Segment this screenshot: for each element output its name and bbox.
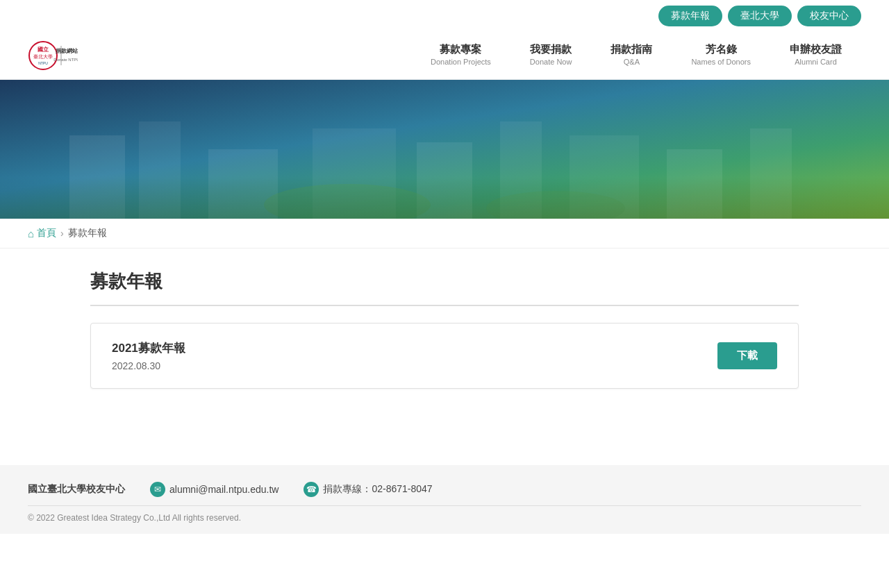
university-logo: 國立 臺北大學 NTPU 捐款網站 Donate NTPU	[28, 40, 78, 71]
header: 國立 臺北大學 NTPU 捐款網站 Donate NTPU 募款專案 Donat…	[0, 32, 889, 80]
report-date: 2022.08.30	[112, 360, 185, 371]
svg-text:國立: 國立	[38, 46, 49, 53]
footer-org: 國立臺北大學校友中心	[28, 483, 125, 496]
copyright-text: © 2022 Greatest Idea Strategy Co.,Ltd Al…	[28, 513, 241, 523]
report-card: 2021募款年報 2022.08.30 下載	[90, 323, 799, 389]
footer-top: 國立臺北大學校友中心 ✉ alumni@mail.ntpu.edu.tw ☎ 捐…	[28, 482, 861, 506]
logo-area: 國立 臺北大學 NTPU 捐款網站 Donate NTPU	[28, 33, 181, 78]
hero-overlay	[0, 177, 889, 219]
page-title: 募款年報	[90, 269, 799, 294]
nav-donate-now[interactable]: 我要捐款 Donate Now	[510, 32, 592, 79]
alumni-topbtn[interactable]: 校友中心	[797, 6, 861, 26]
download-button[interactable]: 下載	[717, 342, 777, 369]
svg-text:捐款網站: 捐款網站	[55, 48, 78, 54]
phone-icon: ☎	[304, 482, 319, 497]
hero-banner	[0, 80, 889, 219]
logo-svg: 國立 臺北大學 NTPU 捐款網站 Donate NTPU	[28, 40, 78, 71]
home-icon: ⌂	[28, 228, 34, 240]
main-content: 募款年報 2021募款年報 2022.08.30 下載	[63, 249, 826, 410]
nav-names-of-donors[interactable]: 芳名錄 Names of Donors	[672, 32, 770, 79]
ntpu-topbtn[interactable]: 臺北大學	[728, 6, 792, 26]
svg-text:Donate NTPU: Donate NTPU	[53, 58, 78, 62]
footer-copyright: © 2022 Greatest Idea Strategy Co.,Ltd Al…	[28, 506, 861, 523]
svg-text:NTPU: NTPU	[38, 61, 48, 65]
report-title: 2021募款年報	[112, 340, 185, 356]
top-bar: 募款年報 臺北大學 校友中心	[0, 0, 889, 32]
nav-alumni-card[interactable]: 申辦校友證 Alumni Card	[770, 32, 861, 79]
footer-phone: 捐款專線：02-8671-8047	[323, 483, 432, 496]
breadcrumb-current: 募款年報	[68, 227, 107, 240]
nav-donation-projects[interactable]: 募款專案 Donation Projects	[411, 32, 510, 79]
breadcrumb: ⌂ 首頁 › 募款年報	[0, 219, 889, 249]
footer-email-contact: ✉ alumni@mail.ntpu.edu.tw	[150, 482, 279, 497]
footer-phone-contact: ☎ 捐款專線：02-8671-8047	[304, 482, 432, 497]
breadcrumb-home-link[interactable]: 首頁	[37, 227, 56, 240]
email-icon: ✉	[150, 482, 165, 497]
report-info: 2021募款年報 2022.08.30	[112, 340, 185, 371]
annual-report-topbtn[interactable]: 募款年報	[658, 6, 722, 26]
nav-qa[interactable]: 捐款指南 Q&A	[591, 32, 672, 79]
title-divider	[90, 305, 799, 306]
svg-text:臺北大學: 臺北大學	[33, 54, 53, 59]
footer: 國立臺北大學校友中心 ✉ alumni@mail.ntpu.edu.tw ☎ 捐…	[0, 465, 889, 534]
breadcrumb-separator: ›	[60, 228, 64, 239]
footer-email: alumni@mail.ntpu.edu.tw	[169, 484, 279, 495]
main-nav: 募款專案 Donation Projects 我要捐款 Donate Now 捐…	[411, 32, 861, 79]
